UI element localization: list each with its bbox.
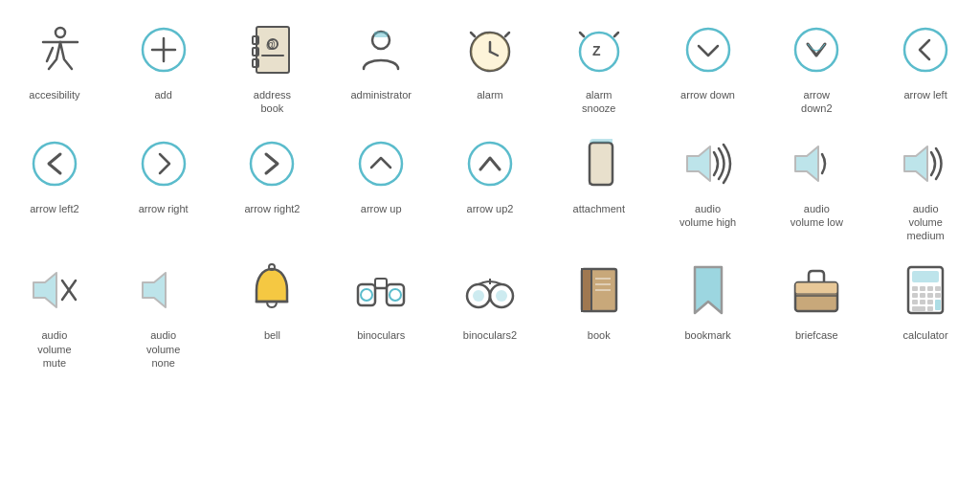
icon-cell-briefcase[interactable]: briefcase <box>762 250 871 377</box>
arrow-up2-icon <box>459 133 521 194</box>
attachment-label: attachment <box>573 202 625 215</box>
icon-cell-alarm-snooze[interactable]: Z alarmsnooze <box>545 10 654 124</box>
arrow-up2-label: arrow up2 <box>467 202 514 215</box>
icon-cell-arrow-left[interactable]: arrow left <box>871 10 980 124</box>
svg-point-0 <box>56 28 65 37</box>
svg-rect-64 <box>912 286 918 291</box>
binoculars-icon <box>350 259 412 321</box>
calculator-label: calculator <box>903 328 948 342</box>
icon-cell-audio-volume-medium[interactable]: audiovolumemedium <box>871 124 980 251</box>
icon-cell-book[interactable]: book <box>545 250 654 377</box>
svg-rect-71 <box>935 293 941 298</box>
arrow-left2-icon <box>24 133 85 194</box>
administrator-label: administrator <box>350 88 412 101</box>
svg-line-19 <box>505 33 509 36</box>
icon-cell-arrow-up[interactable]: arrow up <box>326 124 435 251</box>
svg-rect-60 <box>795 282 837 294</box>
arrow-down-icon <box>678 19 739 80</box>
arrow-right-label: arrow right <box>139 202 189 215</box>
icon-cell-administrator[interactable]: administrator <box>326 10 435 124</box>
icon-cell-arrow-right[interactable]: arrow right <box>109 124 218 251</box>
bookmark-label: bookmark <box>684 328 730 342</box>
alarm-label: alarm <box>477 88 503 101</box>
svg-point-29 <box>251 143 293 185</box>
bell-label: bell <box>264 328 280 342</box>
accesibility-icon <box>24 19 85 80</box>
audio-volume-low-icon <box>786 133 847 194</box>
svg-text:Z: Z <box>592 43 601 58</box>
svg-line-22 <box>614 33 618 36</box>
arrow-left-label: arrow left <box>903 88 947 101</box>
svg-point-30 <box>360 143 402 185</box>
svg-point-45 <box>361 289 372 301</box>
icon-cell-arrow-right2[interactable]: arrow right2 <box>218 124 327 251</box>
alarm-snooze-label: alarmsnooze <box>582 88 615 116</box>
alarm-icon <box>459 19 521 80</box>
icon-cell-attachment[interactable]: attachment <box>545 124 654 251</box>
icon-cell-arrow-up2[interactable]: arrow up2 <box>435 124 545 251</box>
binoculars2-icon <box>459 259 521 321</box>
arrow-right-icon <box>133 133 194 194</box>
audio-volume-mute-label: audiovolumemute <box>37 328 71 370</box>
audio-volume-low-label: audiovolume low <box>791 202 843 230</box>
svg-rect-65 <box>920 286 925 291</box>
arrow-down2-icon <box>786 19 847 80</box>
arrow-left2-label: arrow left2 <box>30 202 78 215</box>
svg-point-28 <box>143 143 185 185</box>
svg-marker-35 <box>795 146 818 181</box>
audio-volume-none-label: audiovolumenone <box>146 328 180 370</box>
icon-cell-add[interactable]: add <box>109 10 218 124</box>
icon-cell-bell[interactable]: bell <box>218 250 327 377</box>
icon-cell-calculator[interactable]: calculator <box>871 250 980 377</box>
svg-rect-75 <box>935 300 941 310</box>
alarm-snooze-icon: Z <box>568 19 630 80</box>
svg-point-46 <box>390 289 401 301</box>
svg-rect-47 <box>375 279 387 288</box>
svg-marker-34 <box>687 146 710 181</box>
audio-volume-medium-icon <box>895 133 956 194</box>
svg-text:@: @ <box>266 39 276 50</box>
bell-icon <box>241 259 302 321</box>
add-icon <box>133 19 194 80</box>
icon-cell-audio-volume-low[interactable]: audiovolume low <box>762 124 871 251</box>
icon-cell-arrow-left2[interactable]: arrow left2 <box>0 124 109 251</box>
briefcase-icon <box>786 259 847 321</box>
icon-cell-binoculars2[interactable]: binoculars2 <box>435 250 545 377</box>
svg-marker-40 <box>143 273 166 307</box>
icon-cell-binoculars[interactable]: binoculars <box>326 250 435 377</box>
icon-cell-audio-volume-mute[interactable]: audiovolumemute <box>0 250 109 377</box>
audio-volume-medium-label: audiovolumemedium <box>907 202 945 243</box>
arrow-right2-icon <box>241 133 302 194</box>
icon-grid: accesibility add @ addressbook adminis <box>0 0 980 387</box>
svg-rect-54 <box>582 269 591 311</box>
svg-line-18 <box>471 33 475 36</box>
svg-marker-36 <box>904 146 927 181</box>
address-book-label: addressbook <box>254 88 291 116</box>
arrow-left-icon <box>895 19 956 80</box>
audio-volume-high-label: audiovolume high <box>679 202 736 230</box>
svg-rect-68 <box>912 293 918 298</box>
bookmark-icon <box>678 259 739 321</box>
icon-cell-accesibility[interactable]: accesibility <box>0 10 109 124</box>
attachment-icon <box>568 133 630 194</box>
icon-cell-address-book[interactable]: @ addressbook <box>218 10 327 124</box>
audio-volume-mute-icon <box>24 259 85 321</box>
svg-marker-37 <box>33 273 56 307</box>
svg-rect-32 <box>590 143 612 185</box>
svg-rect-66 <box>927 286 933 291</box>
svg-rect-13 <box>374 32 388 37</box>
binoculars2-label: binoculars2 <box>463 328 517 342</box>
arrow-up-label: arrow up <box>361 202 402 215</box>
icon-cell-arrow-down[interactable]: arrow down <box>654 10 763 124</box>
svg-rect-77 <box>927 306 933 311</box>
arrow-down-label: arrow down <box>680 88 735 101</box>
icon-cell-bookmark[interactable]: bookmark <box>654 250 763 377</box>
icon-cell-audio-volume-none[interactable]: audiovolumenone <box>109 250 218 377</box>
icon-cell-audio-volume-high[interactable]: audiovolume high <box>654 124 763 251</box>
administrator-icon <box>350 19 412 80</box>
arrow-down2-label: arrowdown2 <box>801 88 832 116</box>
icon-cell-alarm[interactable]: alarm <box>435 10 545 124</box>
icon-cell-arrow-down2[interactable]: arrowdown2 <box>762 10 871 124</box>
svg-rect-72 <box>912 300 918 304</box>
svg-rect-76 <box>912 306 925 311</box>
